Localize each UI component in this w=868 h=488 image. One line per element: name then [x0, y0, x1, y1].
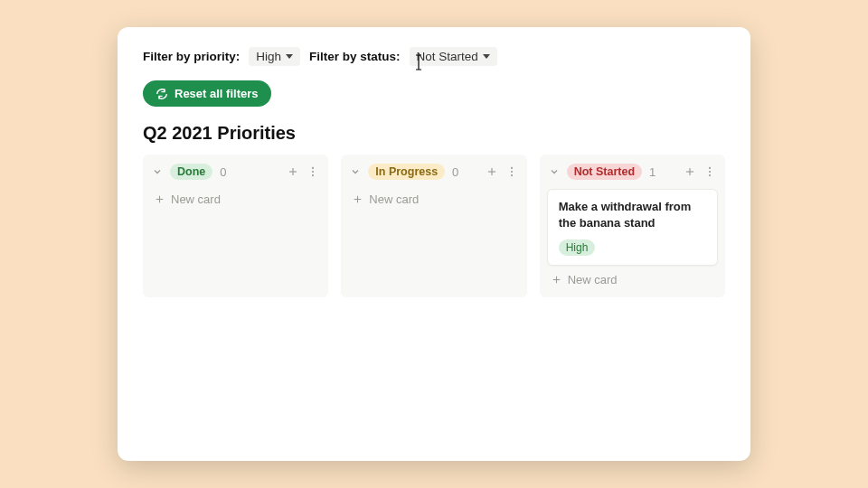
svg-point-3	[312, 171, 314, 173]
reset-filters-button[interactable]: Reset all filters	[143, 80, 271, 107]
column-count: 0	[220, 165, 226, 179]
plus-icon	[551, 274, 562, 286]
status-badge: Not Started	[567, 164, 642, 180]
plus-icon	[486, 165, 498, 178]
more-vertical-icon	[505, 165, 518, 178]
column-in-progress: In Progress 0 New card	[341, 155, 526, 297]
priority-badge: High	[559, 239, 596, 256]
board-title: Q2 2021 Priorities	[143, 123, 725, 144]
reset-filters-label: Reset all filters	[175, 87, 259, 100]
new-card-label: New card	[568, 273, 618, 286]
column-add-button[interactable]	[287, 165, 299, 178]
plus-icon	[154, 193, 165, 205]
filters-row: Filter by priority: High Filter by statu…	[143, 47, 725, 66]
plus-icon	[287, 165, 299, 178]
column-more-button[interactable]	[505, 165, 518, 178]
chevron-down-icon	[549, 166, 560, 177]
chevron-down-icon	[286, 54, 293, 59]
column-add-button[interactable]	[684, 165, 696, 178]
filter-priority-label: Filter by priority:	[143, 50, 240, 63]
more-vertical-icon	[307, 165, 319, 178]
new-card-button[interactable]: New card	[150, 185, 321, 206]
chevron-down-icon	[350, 166, 361, 177]
svg-point-16	[709, 167, 711, 169]
svg-point-18	[709, 174, 711, 176]
new-card-button[interactable]: New card	[547, 266, 718, 286]
status-badge: Done	[170, 164, 212, 180]
filter-priority-select[interactable]: High	[249, 47, 300, 66]
column-collapse-toggle[interactable]	[350, 166, 361, 177]
columns-container: Done 0 New card In Progress	[143, 155, 725, 297]
svg-point-10	[511, 171, 513, 173]
column-collapse-toggle[interactable]	[549, 166, 560, 177]
plus-icon	[352, 193, 363, 205]
svg-point-4	[312, 174, 314, 176]
column-collapse-toggle[interactable]	[152, 166, 163, 177]
new-card-button[interactable]: New card	[348, 185, 519, 206]
chevron-down-icon	[152, 166, 163, 177]
filter-status-value: Not Started	[417, 50, 478, 63]
column-count: 1	[649, 165, 656, 179]
plus-icon	[684, 165, 696, 178]
svg-point-9	[511, 167, 513, 169]
column-count: 0	[452, 165, 458, 179]
status-badge: In Progress	[368, 164, 445, 180]
chevron-down-icon	[483, 54, 490, 59]
column-not-started: Not Started 1 Make a withdrawal from the…	[540, 155, 725, 297]
new-card-label: New card	[171, 192, 221, 206]
column-done: Done 0 New card	[143, 155, 328, 297]
task-title: Make a withdrawal from the banana stand	[559, 199, 706, 230]
svg-point-17	[709, 171, 711, 173]
reset-icon	[156, 88, 168, 100]
more-vertical-icon	[703, 165, 716, 178]
task-card[interactable]: Make a withdrawal from the banana stand …	[547, 189, 718, 266]
column-more-button[interactable]	[703, 165, 716, 178]
svg-point-11	[511, 174, 513, 176]
new-card-label: New card	[369, 192, 419, 206]
filter-priority-value: High	[256, 50, 281, 63]
filter-status-label: Filter by status:	[309, 50, 401, 63]
column-add-button[interactable]	[486, 165, 498, 178]
filter-status-select[interactable]: Not Started	[410, 47, 497, 66]
column-more-button[interactable]	[307, 165, 319, 178]
svg-point-2	[312, 167, 314, 169]
